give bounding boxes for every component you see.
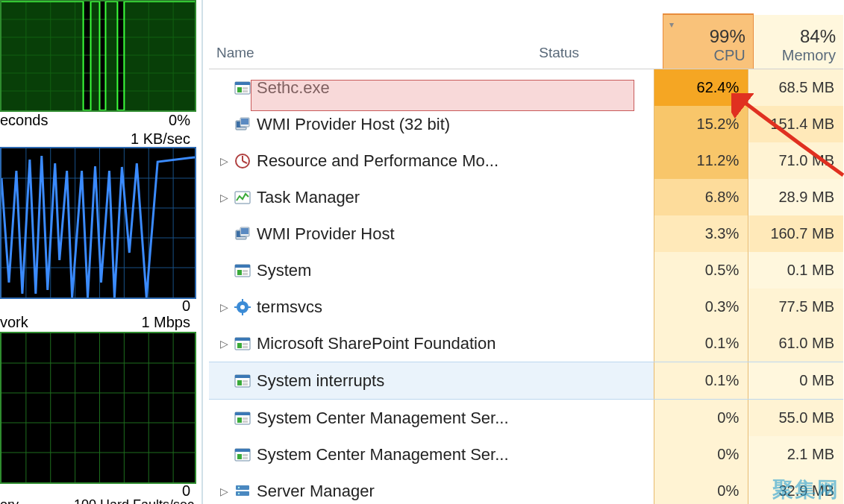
hf-label: ory (0, 497, 19, 504)
process-memory-cell: 71.0 MB (748, 142, 843, 179)
svg-point-90 (238, 492, 240, 494)
cpu-graph (0, 0, 196, 112)
process-cpu-cell: 3.3% (654, 215, 749, 252)
app-icon (234, 410, 251, 426)
expander-icon[interactable]: ▷ (216, 155, 231, 167)
process-memory-cell: 68.5 MB (748, 69, 843, 106)
svg-rect-78 (235, 412, 250, 415)
expander-icon[interactable]: ▷ (216, 192, 231, 204)
app-icon (234, 336, 251, 352)
column-status[interactable]: Status (531, 45, 662, 69)
process-name-cell[interactable]: ▷ termsvcs (209, 297, 534, 317)
process-row[interactable]: ▷ Microsoft SharePoint Foundation0.1%61.… (209, 325, 843, 362)
svg-rect-57 (235, 265, 250, 268)
process-name: Task Manager (257, 188, 360, 207)
process-name: System interrupts (257, 371, 384, 391)
process-cpu-cell: 0% (654, 473, 749, 504)
disk-rate: 1 KB/sec (112, 130, 190, 148)
cpu-usage-pct: 99% (663, 26, 745, 47)
svg-rect-64 (242, 312, 243, 315)
svg-rect-76 (243, 383, 248, 385)
svg-rect-80 (243, 418, 248, 420)
memory-column-label: Memory (754, 47, 836, 64)
process-name-cell[interactable]: ▷ Microsoft SharePoint Foundation (209, 334, 534, 353)
app-icon (234, 447, 251, 463)
process-row[interactable]: WMI Provider Host3.3%160.7 MB (209, 215, 843, 252)
process-memory-cell: 55.0 MB (748, 400, 843, 436)
svg-rect-71 (243, 346, 248, 348)
net-label: vork (0, 314, 28, 331)
svg-rect-55 (241, 228, 248, 234)
svg-rect-85 (243, 454, 248, 456)
process-name-cell[interactable]: Sethc.exe (209, 78, 534, 98)
process-name-cell[interactable]: WMI Provider Host (209, 224, 534, 244)
process-row[interactable]: ▷ termsvcs0.3%77.5 MB (209, 289, 843, 325)
column-memory[interactable]: 84% Memory (754, 15, 843, 69)
process-row[interactable]: ▷ Resource and Performance Mo...11.2%71.… (209, 142, 843, 179)
svg-rect-65 (234, 306, 237, 308)
app-icon (234, 262, 251, 279)
svg-rect-87 (236, 485, 249, 490)
process-name: Server Manager (257, 482, 375, 501)
cpu-label: econds (0, 112, 49, 129)
cpu-value: 0% (149, 112, 190, 129)
svg-rect-73 (235, 375, 250, 378)
task-manager-table: Name Status ▾ 99% CPU 84% Memory Sethc.e… (209, 15, 843, 504)
process-name-cell[interactable]: WMI Provider Host (32 bit) (209, 115, 534, 134)
svg-rect-84 (237, 454, 242, 459)
expander-icon[interactable]: ▷ (216, 301, 231, 313)
gear-icon (234, 299, 251, 315)
process-name-cell[interactable]: ▷ Resource and Performance Mo... (209, 151, 534, 171)
wmi-icon (234, 226, 251, 242)
process-name-cell[interactable]: System Center Management Ser... (209, 445, 534, 464)
process-row[interactable]: System0.5%0.1 MB (209, 252, 843, 289)
process-name: System (257, 261, 311, 280)
process-name-cell[interactable]: System (209, 261, 534, 280)
process-row[interactable]: System Center Management Ser...0%2.1 MB (209, 436, 843, 473)
column-name[interactable]: Name (209, 45, 531, 69)
svg-rect-60 (243, 273, 248, 275)
table-header[interactable]: Name Status ▾ 99% CPU 84% Memory (209, 15, 843, 69)
process-row[interactable]: ▷ Task Manager6.8%28.9 MB (209, 179, 843, 215)
process-row[interactable]: System interrupts0.1%0 MB (209, 362, 843, 400)
process-name-cell[interactable]: ▷ Task Manager (209, 188, 534, 207)
process-name: termsvcs (257, 297, 322, 317)
process-name: System Center Management Ser... (257, 409, 509, 428)
process-row[interactable]: Sethc.exe62.4%68.5 MB (209, 69, 843, 106)
process-name: WMI Provider Host (32 bit) (257, 115, 450, 134)
svg-rect-81 (243, 420, 248, 423)
svg-rect-13 (1, 1, 84, 110)
svg-rect-74 (237, 380, 242, 385)
process-cpu-cell: 6.8% (654, 179, 749, 215)
process-cpu-cell: 15.2% (654, 106, 749, 142)
process-row[interactable]: WMI Provider Host (32 bit)15.2%151.4 MB (209, 106, 843, 142)
process-memory-cell: 151.4 MB (748, 106, 843, 142)
process-name-cell[interactable]: ▷ Server Manager (209, 482, 534, 501)
process-cpu-cell: 0.1% (654, 325, 749, 362)
process-cpu-cell: 0.5% (654, 252, 749, 289)
svg-rect-59 (243, 270, 248, 272)
expander-icon[interactable]: ▷ (216, 485, 231, 497)
svg-rect-69 (237, 343, 242, 348)
process-name-cell[interactable]: System interrupts (209, 371, 534, 391)
expander-icon[interactable]: ▷ (216, 338, 231, 350)
column-cpu[interactable]: ▾ 99% CPU (663, 13, 754, 69)
sort-caret-icon: ▾ (669, 19, 674, 30)
process-name: Resource and Performance Mo... (257, 151, 498, 171)
splitter[interactable] (201, 0, 203, 504)
svg-rect-79 (237, 418, 242, 423)
process-memory-cell: 0.1 MB (748, 252, 843, 289)
app-icon (234, 373, 251, 389)
svg-rect-58 (237, 270, 242, 275)
svg-rect-49 (241, 119, 248, 125)
process-row[interactable]: System Center Management Ser...0%55.0 MB (209, 400, 843, 436)
process-row[interactable]: ▷ Server Manager0%32.9 MB (209, 473, 843, 504)
svg-rect-88 (236, 491, 249, 496)
net-zero: 0 (175, 297, 190, 315)
process-cpu-cell: 0.3% (654, 289, 749, 325)
process-name-cell[interactable]: System Center Management Ser... (209, 409, 534, 428)
svg-rect-15 (105, 1, 117, 110)
svg-rect-83 (235, 449, 250, 452)
net-value: 1 Mbps (112, 314, 190, 331)
process-cpu-cell: 0% (654, 436, 749, 473)
